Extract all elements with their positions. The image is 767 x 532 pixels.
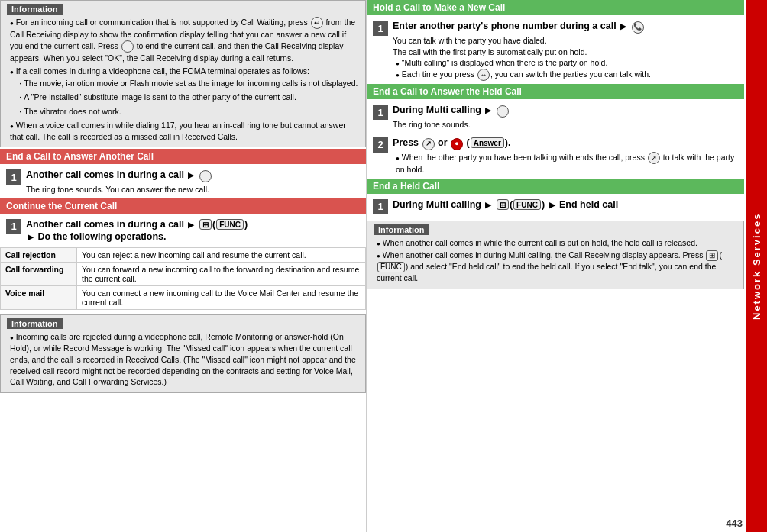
call-receive-btn: ↩ [311, 17, 323, 29]
info-box-bottom-header: Information [7, 318, 63, 329]
answer-label: Answer [471, 137, 504, 148]
table-cell-desc: You can reject a new incoming call and r… [77, 248, 366, 263]
function-table: Call rejection You can reject a new inco… [0, 247, 366, 310]
step-desc: The ring tone sounds. [393, 119, 738, 131]
list-item: The movie, i-motion movie or Flash movie… [19, 77, 359, 90]
func-label: FUNC [377, 262, 405, 272]
section2-header: Continue the Current Call [0, 198, 366, 214]
right-content: Hold a Call to Make a New Call 1 Enter a… [367, 0, 767, 532]
info-box-right: Information When another call comes in w… [367, 221, 744, 289]
arrow-icon: ▶ [485, 200, 491, 210]
step-title: During Multi calling ▶ ⊞(FUNC) ▶ End hel… [393, 198, 738, 211]
step-content: During Multi calling ▶ — The ring tone s… [393, 104, 738, 131]
table-cell-label: Call rejection [1, 248, 77, 263]
section1-step1: 1 Another call comes in during a call ▶ … [0, 166, 366, 198]
network-services-label: Network Services [746, 0, 767, 532]
section-end-held-header: End a Call to Answer the Held Call [367, 84, 744, 99]
table-row: Voice mail You can connect a new incomin… [1, 286, 366, 310]
func-label: FUNC [216, 219, 244, 230]
section1-header: End a Call to Answer Another Call [0, 149, 366, 164]
switch-icon: ↔ [477, 69, 490, 81]
list-item: "Multi calling" is displayed when there … [396, 57, 738, 69]
call-icon: ↗ [648, 152, 660, 164]
step-title: Press ↗ or ● (Answer). [393, 137, 738, 150]
step-desc: The ring tone sounds. You can answer the… [26, 184, 360, 195]
step-number: 2 [373, 137, 388, 153]
info-box-top: Information For an incoming call or comm… [0, 0, 366, 147]
step-title2: ▶ Do the following operations. [26, 231, 360, 243]
list-item: When the other party you have been talki… [396, 152, 738, 176]
step-number: 1 [373, 199, 388, 214]
table-cell-label: Call forwarding [1, 263, 77, 286]
table-cell-desc: You can forward a new incoming call to t… [77, 263, 366, 286]
step-title: Enter another party's phone number durin… [393, 20, 738, 34]
info-box-right-header: Information [374, 224, 429, 235]
step-content: Press ↗ or ● (Answer). When the other pa… [393, 137, 738, 176]
list-item: A "Pre-installed" substitute image is se… [19, 91, 359, 104]
end-held-step1: 1 During Multi calling ▶ — The ring tone… [367, 101, 744, 134]
list-item: When a voice call comes in while dialing… [10, 120, 359, 142]
list-item: Incoming calls are rejected during a vid… [10, 331, 359, 387]
list-item: Each time you press ↔, you can switch th… [396, 69, 738, 81]
list-item: If a call comes in during a videophone c… [10, 66, 359, 118]
step-desc: You can talk with the party you have dia… [393, 35, 738, 81]
info-box-bottom: Information Incoming calls are rejected … [0, 314, 366, 392]
arrow-icon: ▶ [28, 232, 34, 242]
info-box-top-list: For an incoming call or communication th… [7, 17, 359, 142]
info-list: Incoming calls are rejected during a vid… [7, 331, 359, 387]
step-title: Another call comes in during a call ▶ — [26, 169, 360, 182]
list-item: When another call comes in during Multi-… [377, 250, 737, 284]
end-held-step2: 2 Press ↗ or ● (Answer). When the other … [367, 134, 744, 179]
func-label: FUNC [513, 199, 541, 210]
func-icon: ⊞ [199, 219, 212, 230]
send-icon: ↗ [422, 138, 435, 150]
step-desc: When the other party you have been talki… [393, 152, 738, 176]
step-content: Enter another party's phone number durin… [393, 20, 738, 81]
section-end-call-header: End a Held Call [367, 179, 744, 194]
step-number: 1 [373, 21, 388, 36]
func-icon: ⊞ [706, 250, 718, 261]
right-column: Hold a Call to Make a New Call 1 Enter a… [367, 0, 767, 532]
table-row: Call rejection You can reject a new inco… [1, 248, 366, 263]
section-hold-header: Hold a Call to Make a New Call [367, 0, 744, 15]
end-call-step1: 1 During Multi calling ▶ ⊞(FUNC) ▶ End h… [367, 195, 744, 218]
info-list: When another call comes in while the cur… [374, 237, 737, 284]
table-row: Call forwarding You can forward a new in… [1, 263, 366, 286]
arrow-icon: ▶ [620, 21, 626, 31]
step-content: Another call comes in during a call ▶ — … [26, 169, 360, 195]
func-icon: ⊞ [497, 199, 509, 210]
step-desc-list: When the other party you have been talki… [393, 152, 738, 176]
arrow-icon: ▶ [188, 170, 194, 180]
end-icon: — [497, 105, 509, 118]
end-call-icon: — [199, 170, 212, 182]
step-content: Another call comes in during a call ▶ ⊞(… [26, 218, 360, 243]
step-number: 1 [373, 105, 388, 120]
table-cell-label: Voice mail [1, 286, 77, 310]
page-number: 443 [726, 517, 743, 529]
arrow-icon: ▶ [549, 200, 555, 210]
sub-list: The movie, i-motion movie or Flash movie… [10, 77, 359, 118]
info-box-top-header: Information [7, 4, 63, 15]
step-number: 1 [6, 219, 21, 234]
arrow-icon: ▶ [485, 105, 491, 115]
section2-step1: 1 Another call comes in during a call ▶ … [0, 215, 366, 247]
end-call-btn: — [121, 40, 134, 53]
step-number: 1 [6, 169, 21, 185]
arrow-icon: ▶ [188, 220, 194, 230]
step-content: During Multi calling ▶ ⊞(FUNC) ▶ End hel… [393, 198, 738, 211]
table-cell-desc: You can connect a new incoming call to t… [77, 286, 366, 310]
hold-step1: 1 Enter another party's phone number dur… [367, 17, 744, 84]
step-title: During Multi calling ▶ — [393, 104, 738, 118]
step-title: Another call comes in during a call ▶ ⊞(… [26, 218, 360, 231]
left-column: Information For an incoming call or comm… [0, 0, 367, 532]
phone-icon: 📞 [632, 21, 644, 34]
step-desc-list: "Multi calling" is displayed when there … [393, 57, 738, 81]
red-button-icon: ● [451, 138, 463, 150]
list-item: When another call comes in while the cur… [377, 237, 737, 249]
list-item: The vibrator does not work. [19, 105, 359, 118]
list-item: For an incoming call or communication th… [10, 17, 359, 64]
